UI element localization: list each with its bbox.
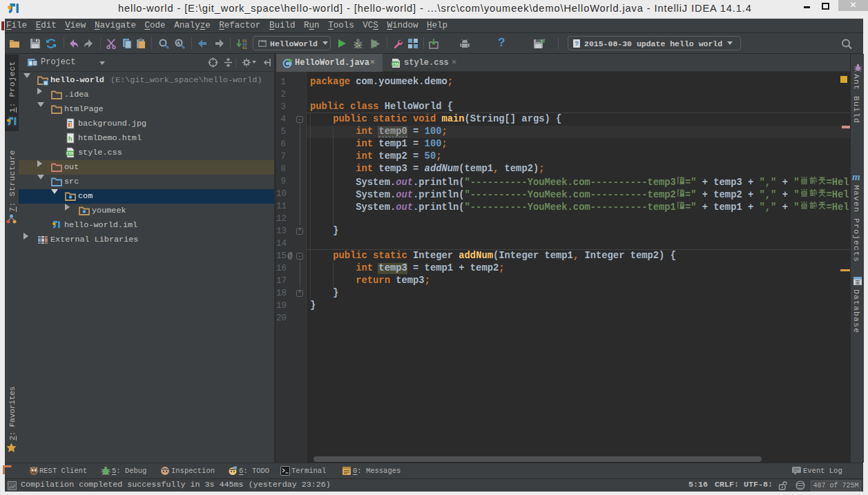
svg-text:CSS: CSS — [392, 62, 400, 67]
svg-text:B: B — [29, 60, 32, 66]
svg-text:01: 01 — [242, 46, 247, 50]
svg-text:?: ? — [575, 41, 579, 48]
svg-text:CSS: CSS — [67, 151, 75, 156]
svg-text:h: h — [68, 136, 72, 143]
svg-text:A: A — [177, 40, 180, 46]
